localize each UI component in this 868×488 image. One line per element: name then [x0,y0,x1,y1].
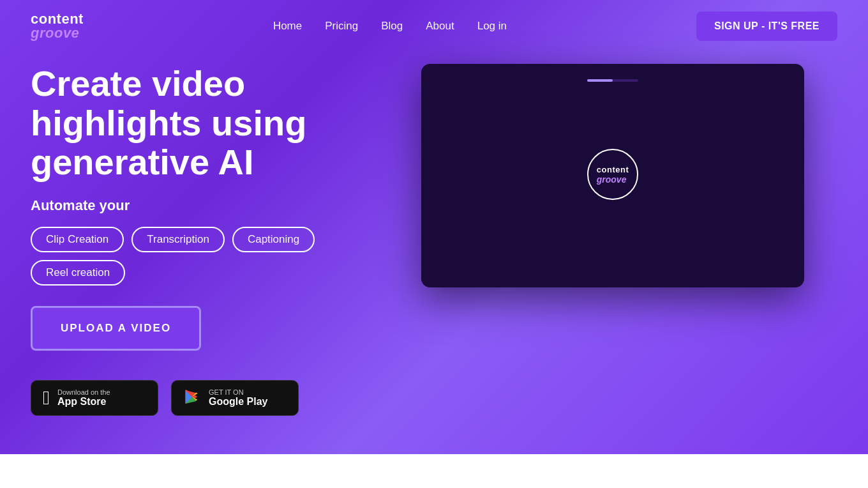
nav-about[interactable]: About [426,20,454,33]
apple-icon:  [43,387,50,409]
app-store-badge[interactable]:  Download on the App Store [31,380,158,416]
mockup-logo-circle: content groove [587,149,638,200]
progress-fill [587,79,613,82]
video-mockup: content groove [421,64,804,287]
mockup-logo-text-bottom: groove [597,174,629,185]
nav-blog[interactable]: Blog [381,20,403,33]
app-store-large: App Store [57,396,110,408]
app-store-text: Download on the App Store [57,388,110,408]
google-play-small: GET IT ON [209,388,267,396]
tag-clip-creation: Clip Creation [31,227,124,252]
nav: Home Pricing Blog About Log in [273,20,507,33]
progress-bar [587,79,638,82]
hero-content: Create video highlights using generative… [0,64,415,416]
nav-pricing[interactable]: Pricing [325,20,358,33]
google-play-icon [183,388,201,408]
google-play-badge[interactable]: GET IT ON Google Play [171,380,299,416]
logo-top: content [31,12,84,26]
header: content groove Home Pricing Blog About L… [0,0,868,52]
feature-tags: Clip Creation Transcription Captioning R… [31,227,384,286]
google-play-large: Google Play [209,396,267,408]
tag-reel-creation: Reel creation [31,260,125,286]
how-it-works-section: How it works [0,454,868,488]
mockup-logo-text-top: content [597,165,629,174]
tag-transcription: Transcription [131,227,225,252]
store-badges:  Download on the App Store [31,380,384,416]
signup-button[interactable]: SIGN UP - IT'S FREE [696,11,837,41]
hero-subtitle: Automate your [31,197,384,214]
mockup-logo: content groove [587,149,638,202]
nav-home[interactable]: Home [273,20,302,33]
tag-captioning: Captioning [232,227,315,252]
google-play-text: GET IT ON Google Play [209,388,267,408]
hero-title: Create video highlights using generative… [31,64,384,182]
upload-video-button[interactable]: UPLOAD A VIDEO [31,306,201,351]
hero-section: Create video highlights using generative… [0,0,868,454]
app-store-small: Download on the [57,388,110,396]
hero-visual: content groove [415,64,830,287]
logo-bottom: groove [31,26,84,40]
nav-login[interactable]: Log in [477,20,507,33]
logo[interactable]: content groove [31,12,84,40]
